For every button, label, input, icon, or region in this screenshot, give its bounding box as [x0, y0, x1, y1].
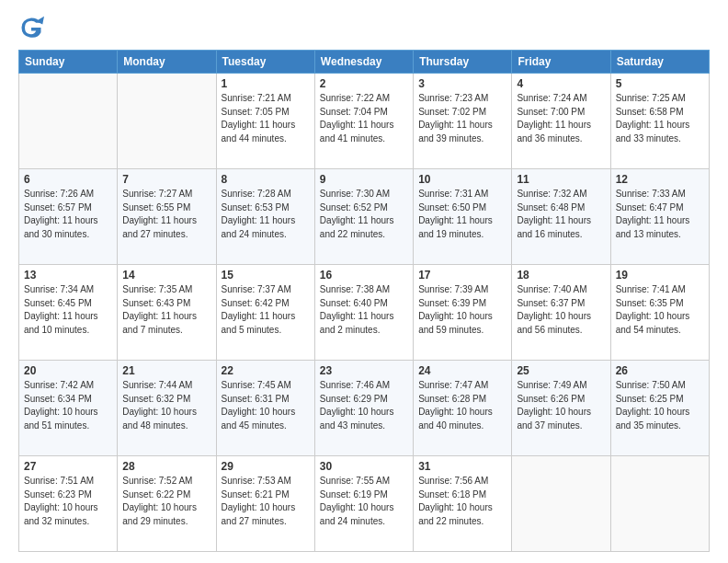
day-number: 19 [616, 269, 704, 282]
day-number: 1 [222, 77, 310, 90]
calendar-cell: 20Sunrise: 7:42 AMSunset: 6:34 PMDayligh… [19, 361, 118, 456]
day-number: 23 [320, 364, 408, 377]
calendar-cell: 5Sunrise: 7:25 AMSunset: 6:58 PMDaylight… [610, 74, 709, 169]
calendar-cell: 31Sunrise: 7:56 AMSunset: 6:18 PMDayligh… [414, 456, 512, 552]
day-number: 14 [122, 269, 210, 282]
day-number: 17 [418, 269, 506, 282]
day-number: 3 [418, 77, 506, 90]
cell-info: Sunrise: 7:33 AMSunset: 6:47 PMDaylight:… [616, 188, 704, 241]
cell-info: Sunrise: 7:22 AMSunset: 7:04 PMDaylight:… [320, 92, 408, 145]
calendar-cell [512, 456, 610, 552]
cell-info: Sunrise: 7:51 AMSunset: 6:23 PMDaylight:… [24, 475, 112, 528]
cell-info: Sunrise: 7:44 AMSunset: 6:32 PMDaylight:… [122, 379, 210, 432]
day-number: 25 [517, 364, 605, 377]
calendar-cell: 15Sunrise: 7:37 AMSunset: 6:42 PMDayligh… [216, 265, 314, 361]
cell-info: Sunrise: 7:56 AMSunset: 6:18 PMDaylight:… [418, 475, 506, 528]
cell-info: Sunrise: 7:46 AMSunset: 6:29 PMDaylight:… [320, 379, 408, 432]
day-number: 10 [418, 173, 506, 186]
calendar-cell: 7Sunrise: 7:27 AMSunset: 6:55 PMDaylight… [118, 169, 216, 265]
cell-info: Sunrise: 7:31 AMSunset: 6:50 PMDaylight:… [418, 188, 506, 241]
logo-icon [18, 15, 44, 40]
calendar-cell: 25Sunrise: 7:49 AMSunset: 6:26 PMDayligh… [512, 361, 610, 456]
header [18, 15, 710, 40]
cell-info: Sunrise: 7:49 AMSunset: 6:26 PMDaylight:… [517, 379, 605, 432]
day-number: 7 [122, 173, 210, 186]
day-number: 12 [616, 173, 704, 186]
calendar-cell: 13Sunrise: 7:34 AMSunset: 6:45 PMDayligh… [19, 265, 118, 361]
calendar-cell: 14Sunrise: 7:35 AMSunset: 6:43 PMDayligh… [118, 265, 216, 361]
day-number: 15 [222, 269, 310, 282]
calendar-cell: 12Sunrise: 7:33 AMSunset: 6:47 PMDayligh… [610, 169, 709, 265]
calendar-cell: 3Sunrise: 7:23 AMSunset: 7:02 PMDaylight… [414, 74, 512, 169]
cell-info: Sunrise: 7:40 AMSunset: 6:37 PMDaylight:… [517, 283, 605, 337]
day-number: 26 [616, 364, 704, 377]
calendar-cell: 11Sunrise: 7:32 AMSunset: 6:48 PMDayligh… [512, 169, 610, 265]
calendar-cell: 1Sunrise: 7:21 AMSunset: 7:05 PMDaylight… [216, 74, 314, 169]
weekday-header-wednesday: Wednesday [314, 51, 413, 74]
cell-info: Sunrise: 7:45 AMSunset: 6:31 PMDaylight:… [222, 379, 310, 432]
cell-info: Sunrise: 7:47 AMSunset: 6:28 PMDaylight:… [418, 379, 506, 432]
day-number: 22 [222, 364, 310, 377]
calendar-cell: 9Sunrise: 7:30 AMSunset: 6:52 PMDaylight… [314, 169, 413, 265]
day-number: 18 [517, 269, 605, 282]
cell-info: Sunrise: 7:42 AMSunset: 6:34 PMDaylight:… [24, 379, 112, 432]
day-number: 20 [24, 364, 112, 377]
calendar-cell: 16Sunrise: 7:38 AMSunset: 6:40 PMDayligh… [314, 265, 413, 361]
day-number: 11 [517, 173, 605, 186]
day-number: 24 [418, 364, 506, 377]
weekday-header-friday: Friday [512, 51, 610, 74]
day-number: 6 [24, 173, 112, 186]
cell-info: Sunrise: 7:50 AMSunset: 6:25 PMDaylight:… [616, 379, 704, 432]
cell-info: Sunrise: 7:25 AMSunset: 6:58 PMDaylight:… [616, 92, 704, 145]
day-number: 16 [320, 269, 408, 282]
day-number: 13 [24, 269, 112, 282]
day-number: 4 [517, 77, 605, 90]
calendar-cell: 30Sunrise: 7:55 AMSunset: 6:19 PMDayligh… [314, 456, 413, 552]
cell-info: Sunrise: 7:35 AMSunset: 6:43 PMDaylight:… [122, 283, 210, 337]
weekday-header-row: SundayMondayTuesdayWednesdayThursdayFrid… [19, 51, 710, 74]
calendar-table: SundayMondayTuesdayWednesdayThursdayFrid… [18, 50, 710, 552]
day-number: 29 [222, 460, 310, 473]
calendar-cell [610, 456, 709, 552]
week-row-3: 13Sunrise: 7:34 AMSunset: 6:45 PMDayligh… [19, 265, 710, 361]
calendar-cell: 27Sunrise: 7:51 AMSunset: 6:23 PMDayligh… [19, 456, 118, 552]
calendar-cell: 19Sunrise: 7:41 AMSunset: 6:35 PMDayligh… [610, 265, 709, 361]
calendar-cell: 6Sunrise: 7:26 AMSunset: 6:57 PMDaylight… [19, 169, 118, 265]
day-number: 5 [616, 77, 704, 90]
weekday-header-thursday: Thursday [414, 51, 512, 74]
cell-info: Sunrise: 7:28 AMSunset: 6:53 PMDaylight:… [222, 188, 310, 241]
calendar-cell: 22Sunrise: 7:45 AMSunset: 6:31 PMDayligh… [216, 361, 314, 456]
day-number: 21 [122, 364, 210, 377]
calendar-cell: 2Sunrise: 7:22 AMSunset: 7:04 PMDaylight… [314, 74, 413, 169]
cell-info: Sunrise: 7:30 AMSunset: 6:52 PMDaylight:… [320, 188, 408, 241]
cell-info: Sunrise: 7:55 AMSunset: 6:19 PMDaylight:… [320, 475, 408, 528]
logo [18, 15, 48, 40]
calendar-cell: 29Sunrise: 7:53 AMSunset: 6:21 PMDayligh… [216, 456, 314, 552]
calendar-cell: 28Sunrise: 7:52 AMSunset: 6:22 PMDayligh… [118, 456, 216, 552]
cell-info: Sunrise: 7:23 AMSunset: 7:02 PMDaylight:… [418, 92, 506, 145]
calendar-cell [118, 74, 216, 169]
calendar-cell: 4Sunrise: 7:24 AMSunset: 7:00 PMDaylight… [512, 74, 610, 169]
week-row-2: 6Sunrise: 7:26 AMSunset: 6:57 PMDaylight… [19, 169, 710, 265]
page: SundayMondayTuesdayWednesdayThursdayFrid… [0, 0, 728, 563]
calendar-cell: 21Sunrise: 7:44 AMSunset: 6:32 PMDayligh… [118, 361, 216, 456]
week-row-1: 1Sunrise: 7:21 AMSunset: 7:05 PMDaylight… [19, 74, 710, 169]
day-number: 31 [418, 460, 506, 473]
weekday-header-tuesday: Tuesday [216, 51, 314, 74]
calendar-cell: 17Sunrise: 7:39 AMSunset: 6:39 PMDayligh… [414, 265, 512, 361]
cell-info: Sunrise: 7:52 AMSunset: 6:22 PMDaylight:… [122, 475, 210, 528]
calendar-cell: 18Sunrise: 7:40 AMSunset: 6:37 PMDayligh… [512, 265, 610, 361]
calendar-cell [19, 74, 118, 169]
weekday-header-monday: Monday [118, 51, 216, 74]
day-number: 9 [320, 173, 408, 186]
calendar-cell: 8Sunrise: 7:28 AMSunset: 6:53 PMDaylight… [216, 169, 314, 265]
cell-info: Sunrise: 7:27 AMSunset: 6:55 PMDaylight:… [122, 188, 210, 241]
cell-info: Sunrise: 7:37 AMSunset: 6:42 PMDaylight:… [222, 283, 310, 337]
cell-info: Sunrise: 7:24 AMSunset: 7:00 PMDaylight:… [517, 92, 605, 145]
day-number: 8 [222, 173, 310, 186]
calendar-cell: 26Sunrise: 7:50 AMSunset: 6:25 PMDayligh… [610, 361, 709, 456]
weekday-header-sunday: Sunday [19, 51, 118, 74]
week-row-4: 20Sunrise: 7:42 AMSunset: 6:34 PMDayligh… [19, 361, 710, 456]
cell-info: Sunrise: 7:32 AMSunset: 6:48 PMDaylight:… [517, 188, 605, 241]
cell-info: Sunrise: 7:21 AMSunset: 7:05 PMDaylight:… [222, 92, 310, 145]
